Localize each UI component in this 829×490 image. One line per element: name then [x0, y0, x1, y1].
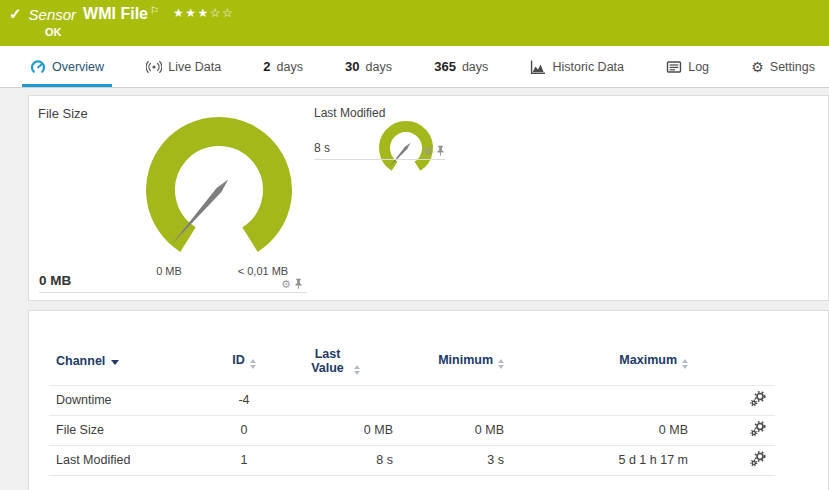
tab-number: 2: [263, 59, 270, 74]
channel-settings-gears-icon[interactable]: [750, 451, 766, 470]
gauges-card: File Size 0 MB < 0,01 MB 0 MB ⚙ Last Mod…: [28, 95, 829, 301]
sort-icon: [682, 359, 688, 369]
channel-last-value: [269, 385, 397, 415]
gear-icon: ⚙: [751, 59, 764, 75]
tab-label: Historic Data: [552, 60, 624, 74]
channel-name: Last Modified: [49, 445, 219, 475]
live-data-icon: [146, 59, 162, 75]
column-header-id[interactable]: ID: [219, 337, 269, 385]
priority-stars[interactable]: ★★★☆☆: [173, 6, 234, 20]
gauge-icon: [30, 59, 46, 75]
sensor-name: WMI File: [83, 5, 148, 23]
channel-maximum: 5 d 1 h 17 m: [508, 445, 692, 475]
tab-label: days: [462, 60, 488, 74]
channel-maximum: [508, 385, 692, 415]
tab-log[interactable]: Log: [658, 46, 717, 87]
tab-label: days: [366, 60, 392, 74]
tab-bar: Overview Live Data 2 days 30 days 365 da…: [0, 46, 829, 88]
channel-minimum: 0 MB: [397, 415, 508, 445]
tab-number: 365: [434, 59, 456, 74]
table-header-row: Channel ID Last Value Minimum Maximum: [49, 337, 775, 385]
sensor-header: ✓ Sensor WMI File ⚐ ★★★☆☆ OK: [0, 0, 829, 46]
column-label: Last: [315, 347, 341, 361]
pin-icon[interactable]: [294, 278, 303, 290]
gauge-scale-max: < 0,01 MB: [233, 265, 293, 277]
column-label: Maximum: [619, 353, 677, 367]
tab-365-days[interactable]: 365 days: [426, 46, 496, 87]
channel-maximum: 0 MB: [508, 415, 692, 445]
area-chart-icon: [530, 59, 546, 75]
column-label: Channel: [56, 354, 105, 368]
channel-last-value: 0 MB: [269, 415, 397, 445]
tab-label: days: [277, 60, 303, 74]
gear-icon[interactable]: ⚙: [281, 278, 291, 290]
column-header-actions: [692, 337, 775, 385]
tab-label: Settings: [770, 60, 815, 74]
status-check-icon: ✓: [9, 5, 22, 23]
gauge-toolbar: ⚙: [423, 145, 445, 157]
status-badge: OK: [45, 26, 62, 38]
divider: [39, 292, 307, 293]
table-row: Last Modified 1 8 s 3 s 5 d 1 h 17 m: [49, 445, 775, 475]
flag-icon[interactable]: ⚐: [150, 5, 159, 16]
log-icon: [666, 59, 682, 75]
channel-settings-gears-icon[interactable]: [750, 391, 766, 410]
tab-30-days[interactable]: 30 days: [337, 46, 400, 87]
gauge-title-file-size: File Size: [38, 106, 88, 121]
tab-number: 30: [345, 59, 359, 74]
column-label: Minimum: [438, 353, 493, 367]
channel-id: -4: [219, 385, 269, 415]
column-label: Value: [311, 361, 344, 375]
table-row: File Size 0 0 MB 0 MB 0 MB: [49, 415, 775, 445]
chevron-down-icon: [111, 360, 119, 365]
channel-minimum: [397, 385, 508, 415]
channel-name: File Size: [49, 415, 219, 445]
channel-id: 1: [219, 445, 269, 475]
column-header-channel[interactable]: Channel: [49, 337, 219, 385]
object-kind-label: Sensor: [29, 6, 77, 23]
sort-icon: [250, 359, 256, 369]
divider: [314, 159, 445, 160]
table-row: Downtime -4: [49, 385, 775, 415]
sensor-title-row: ✓ Sensor WMI File ⚐ ★★★☆☆: [0, 0, 829, 23]
gauge-toolbar: ⚙: [281, 278, 303, 290]
channel-settings-gears-icon[interactable]: [750, 421, 766, 440]
column-header-last-value[interactable]: Last Value: [269, 337, 397, 385]
tab-overview[interactable]: Overview: [22, 46, 112, 87]
channel-id: 0: [219, 415, 269, 445]
channels-table: Channel ID Last Value Minimum Maximum: [49, 337, 775, 476]
tab-live-data[interactable]: Live Data: [138, 46, 229, 87]
column-header-minimum[interactable]: Minimum: [397, 337, 508, 385]
gauge-needle: [389, 143, 411, 168]
tab-label: Live Data: [168, 60, 221, 74]
file-size-gauge: [144, 110, 294, 260]
channels-card: Channel ID Last Value Minimum Maximum: [28, 310, 829, 490]
gear-icon[interactable]: ⚙: [423, 145, 433, 157]
overview-content: File Size 0 MB < 0,01 MB 0 MB ⚙ Last Mod…: [0, 88, 829, 490]
sort-icon: [498, 359, 504, 369]
pin-icon[interactable]: [436, 145, 445, 157]
tab-historic-data[interactable]: Historic Data: [522, 46, 632, 87]
tab-settings[interactable]: ⚙ Settings: [743, 46, 823, 87]
gauge-scale-min: 0 MB: [139, 265, 199, 277]
file-size-value: 0 MB: [39, 273, 71, 288]
channel-minimum: 3 s: [397, 445, 508, 475]
column-label: ID: [232, 353, 245, 367]
channel-last-value: 8 s: [269, 445, 397, 475]
sort-icon: [354, 365, 360, 375]
channel-name: Downtime: [49, 385, 219, 415]
last-modified-value: 8 s: [314, 141, 330, 155]
gauge-title-last-modified: Last Modified: [314, 106, 385, 120]
tab-2-days[interactable]: 2 days: [255, 46, 311, 87]
tab-label: Overview: [52, 60, 104, 74]
column-header-maximum[interactable]: Maximum: [508, 337, 692, 385]
tab-label: Log: [688, 60, 709, 74]
